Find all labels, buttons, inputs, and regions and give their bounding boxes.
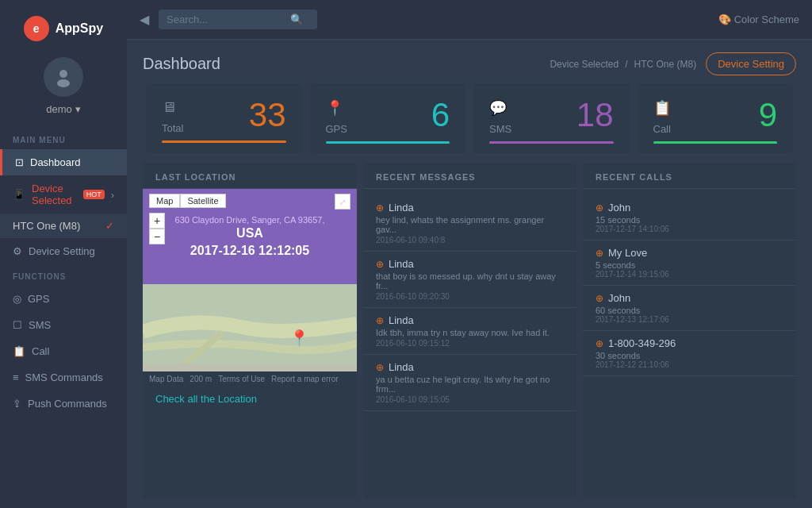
hot-badge: HOT: [83, 190, 105, 199]
gps-icon: ◎: [13, 293, 21, 305]
total-value: 33: [249, 96, 286, 134]
gps-bar: [326, 141, 450, 144]
search-box: 🔍: [159, 10, 317, 29]
map-road-background: [143, 284, 357, 371]
sidebar-item-sms[interactable]: ☐ SMS: [0, 312, 127, 338]
sidebar-item-push-commands[interactable]: ⇪ Push Commands: [0, 391, 127, 417]
call-time: 2017-12-13 12:17:06: [596, 315, 783, 324]
message-contact: ⊕ Linda: [376, 361, 564, 373]
list-item: ⊕ Linda hey lind, whats the assignment m…: [363, 195, 576, 252]
map-controls: Map Satellite ⤢: [143, 189, 357, 214]
list-item: ⊕ 1-800-349-296 30 seconds 2017-12-12 21…: [583, 331, 796, 376]
zoom-in-button[interactable]: +: [149, 213, 165, 229]
message-preview: Idk tbh, imma try n stay away now. Ive h…: [376, 328, 564, 337]
call-contact: ⊕ John: [596, 292, 783, 304]
color-scheme-icon: 🎨: [718, 13, 731, 25]
message-time: 2016-06-10 09:40:8: [376, 236, 564, 244]
functions-label: FUNCTIONS: [0, 272, 127, 281]
map-button[interactable]: Map: [149, 194, 180, 208]
main-content: ◀ 🔍 🎨 Color Scheme Dashboard Device Sele…: [127, 0, 812, 508]
contact-icon: ⊕: [376, 202, 384, 214]
check-location-link[interactable]: Check all the Location: [143, 387, 357, 411]
map-datetime: 2017-12-16 12:12:05: [190, 244, 309, 258]
contact-icon: ⊕: [376, 259, 384, 270]
message-time: 2016-06-10 09:15:12: [376, 339, 564, 348]
logo-icon: e: [24, 16, 49, 41]
sidebar-item-device-name[interactable]: HTC One (M8) ✓: [0, 214, 127, 238]
contact-icon: ⊕: [596, 248, 603, 259]
message-time: 2016-06-10 09:15:05: [376, 395, 564, 404]
sidebar: e AppSpy demo ▾ MAIN MENU ⊡ Dashboard 📱 …: [0, 0, 127, 508]
gear-icon: ⚙: [13, 245, 22, 257]
list-item: ⊕ John 60 seconds 2017-12-13 12:17:06: [583, 286, 796, 331]
sidebar-item-device-selected[interactable]: 📱 Device Selected HOT ›: [0, 175, 127, 214]
stats-row: 🖥 Total 33 📍 GPS 6 💬 SMS 18 📋 Call 9: [127, 83, 812, 163]
sms-value: 18: [576, 96, 614, 134]
contact-icon: ⊕: [596, 202, 603, 214]
sidebar-item-dashboard[interactable]: ⊡ Dashboard: [0, 149, 127, 175]
topbar: ◀ 🔍 🎨 Color Scheme: [127, 0, 812, 40]
main-menu-label: MAIN MENU: [0, 136, 127, 144]
chevron-right-icon: ›: [111, 189, 114, 201]
stat-card-total: 🖥 Total 33: [146, 83, 302, 153]
call-icon: 📋: [13, 345, 25, 357]
app-name: AppSpy: [56, 21, 103, 36]
call-time: 2017-12-12 21:10:06: [596, 360, 783, 369]
expand-icon[interactable]: ⤢: [335, 194, 350, 210]
contact-icon: ⊕: [596, 293, 603, 304]
list-item: ⊕ John 15 seconds 2017-12-17 14:10:06: [583, 195, 796, 241]
contact-icon: ⊕: [596, 338, 603, 349]
message-contact: ⊕ Linda: [376, 314, 564, 326]
map-report-link[interactable]: Report a map error: [271, 375, 338, 383]
avatar: [44, 57, 83, 97]
device-selected-icon: 📱: [13, 189, 25, 201]
map-footer: Map Data 200 m Terms of Use Report a map…: [143, 371, 357, 387]
call-duration: 30 seconds: [596, 351, 783, 360]
contact-icon: ⊕: [376, 315, 384, 326]
call-contact: ⊕ 1-800-349-296: [596, 337, 783, 349]
checkmark-icon: ✓: [105, 220, 114, 232]
breadcrumb: Device Selected / HTC One (M8): [550, 59, 696, 70]
sms-icon: ☐: [13, 319, 22, 331]
svg-point-1: [57, 79, 70, 87]
call-time: 2017-12-17 14:10:06: [596, 225, 783, 233]
calls-panel: RECENT CALLS ⊕ John 15 seconds 2017-12-1…: [583, 163, 796, 498]
list-item: ⊕ My Love 5 seconds 2017-12-14 19:15:06: [583, 241, 796, 286]
map-address: 630 Claydon Drive, Sanger, CA 93657,: [169, 215, 331, 225]
sidebar-item-call[interactable]: 📋 Call: [0, 338, 127, 364]
messages-panel: RECENT MESSAGES ⊕ Linda hey lind, whats …: [363, 163, 576, 498]
sidebar-item-device-setting[interactable]: ⚙ Device Setting: [0, 238, 127, 264]
bottom-panels: LAST LOCATION Map Satellite ⤢ + −: [127, 163, 812, 508]
call-time: 2017-12-14 19:15:06: [596, 270, 783, 279]
message-preview: ya u betta cuz he legit cray. Its why he…: [376, 375, 564, 394]
call-duration: 60 seconds: [596, 306, 783, 315]
device-setting-button[interactable]: Device Setting: [706, 52, 796, 75]
map-panel: LAST LOCATION Map Satellite ⤢ + −: [143, 163, 357, 498]
message-contact: ⊕ Linda: [376, 258, 564, 270]
call-contact: ⊕ John: [596, 202, 783, 214]
satellite-button[interactable]: Satellite: [180, 194, 225, 208]
search-icon: 🔍: [290, 13, 303, 25]
map-country: USA: [230, 226, 270, 241]
calls-list: ⊕ John 15 seconds 2017-12-17 14:10:06 ⊕ …: [583, 189, 796, 498]
message-preview: that boy is so messed up. why dnt u stay…: [376, 271, 564, 291]
stat-card-call: 📋 Call 9: [638, 83, 794, 153]
user-name: demo ▾: [46, 103, 81, 115]
color-scheme-button[interactable]: 🎨 Color Scheme: [718, 13, 799, 25]
svg-point-0: [59, 70, 67, 78]
search-input[interactable]: [167, 13, 285, 25]
zoom-out-button[interactable]: −: [149, 229, 165, 244]
message-contact: ⊕ Linda: [376, 202, 564, 214]
map-type-buttons: Map Satellite: [149, 194, 226, 208]
sidebar-item-sms-commands[interactable]: ≡ SMS Commands: [0, 364, 127, 391]
map-pin-icon: 📍: [289, 329, 309, 348]
list-item: ⊕ Linda Idk tbh, imma try n stay away no…: [363, 308, 576, 355]
map-terms-link[interactable]: Terms of Use: [218, 375, 265, 383]
back-button[interactable]: ◀: [140, 12, 149, 27]
call-contact: ⊕ My Love: [596, 247, 783, 259]
call-value: 9: [759, 96, 777, 134]
stat-card-sms: 💬 SMS 18: [473, 83, 630, 153]
contact-icon: ⊕: [376, 362, 384, 373]
sidebar-item-gps[interactable]: ◎ GPS: [0, 286, 127, 312]
total-bar: [162, 140, 286, 143]
